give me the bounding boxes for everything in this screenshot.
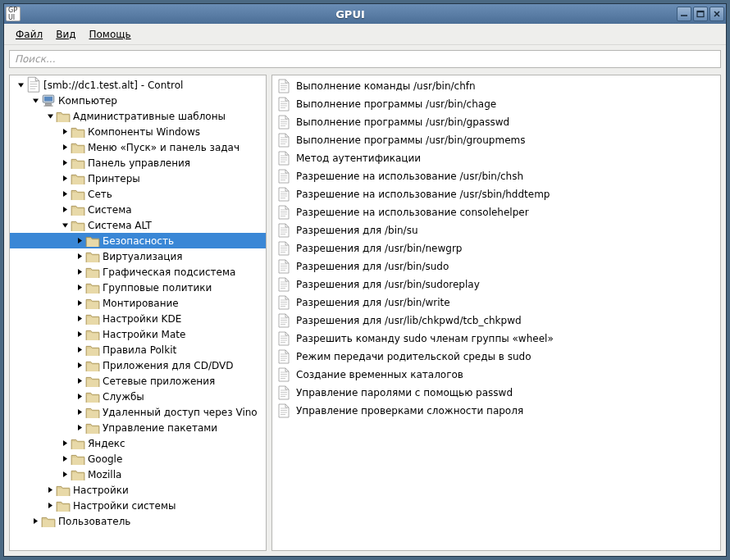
list-item-label: Выполнение команды /usr/bin/chfn — [294, 80, 476, 92]
tree-row[interactable]: Настройки системы — [10, 498, 266, 513]
list-item[interactable]: Разрешение на использование consolehelpe… — [272, 203, 720, 221]
chevron-right-icon[interactable] — [44, 502, 56, 509]
search-input[interactable] — [9, 50, 721, 68]
tree-row[interactable]: Службы — [10, 389, 266, 404]
page-icon — [276, 222, 292, 239]
tree-item-label: Панель управления — [88, 157, 195, 169]
list-item[interactable]: Выполнение команды /usr/bin/chfn — [272, 77, 720, 95]
tree-row[interactable]: Виртуализация — [10, 248, 266, 264]
tree-pane[interactable]: [smb://dc1.test.alt] - ControlКомпьютерА… — [9, 75, 267, 551]
chevron-right-icon[interactable] — [74, 268, 85, 275]
list-item[interactable]: Разрешения для /usr/bin/newgrp — [272, 239, 720, 257]
chevron-right-icon[interactable] — [59, 190, 71, 198]
list-item[interactable]: Создание временных каталогов — [272, 366, 720, 384]
list-item[interactable]: Разрешение на использование /usr/sbin/hd… — [272, 185, 720, 203]
tree-row[interactable]: Настройки — [10, 482, 266, 498]
chevron-down-icon[interactable] — [59, 221, 71, 229]
tree-row[interactable]: Google — [10, 451, 266, 467]
tree-row[interactable]: [smb://dc1.test.alt] - Control — [10, 77, 266, 93]
list-item[interactable]: Разрешение на использование /usr/bin/chs… — [272, 167, 720, 185]
list-item[interactable]: Режим передачи родительской среды в sudo — [272, 348, 720, 366]
chevron-right-icon[interactable] — [74, 253, 85, 260]
tree-row[interactable]: Принтеры — [10, 171, 266, 186]
tree-row[interactable]: Сеть — [10, 186, 266, 202]
tree-item-label: Удаленный доступ через Vino — [103, 407, 262, 418]
tree-row[interactable]: Система ALT — [10, 217, 266, 233]
chevron-right-icon[interactable] — [59, 439, 71, 447]
tree-item-label: Система — [88, 204, 137, 216]
tree-row[interactable]: Безопасность — [10, 233, 266, 248]
tree-row[interactable]: Настройки KDE — [10, 311, 266, 326]
tree-row[interactable]: Система — [10, 202, 266, 217]
menu-file[interactable]: Файл — [9, 26, 49, 43]
chevron-right-icon[interactable] — [74, 315, 85, 322]
maximize-button[interactable] — [693, 7, 708, 21]
list-item[interactable]: Разрешить команду sudo членам группы «wh… — [272, 330, 720, 348]
chevron-right-icon[interactable] — [59, 128, 71, 135]
tree-row[interactable]: Пользователь — [10, 513, 266, 529]
chevron-down-icon[interactable] — [15, 81, 26, 89]
chevron-down-icon[interactable] — [30, 97, 41, 104]
folder-icon — [56, 110, 71, 123]
tree-row[interactable]: Сетевые приложения — [10, 373, 266, 389]
list-item-label: Выполнение программы /usr/bin/chage — [294, 98, 496, 110]
list-item[interactable]: Управление проверками сложности пароля — [272, 402, 720, 420]
list-item[interactable]: Разрешения для /usr/bin/sudo — [272, 257, 720, 275]
tree-row[interactable]: Компьютер — [10, 93, 266, 108]
chevron-right-icon[interactable] — [59, 159, 71, 166]
minimize-button[interactable] — [677, 7, 691, 21]
chevron-right-icon[interactable] — [74, 393, 85, 400]
chevron-right-icon[interactable] — [74, 237, 85, 244]
tree-row[interactable]: Монтирование — [10, 295, 266, 311]
chevron-right-icon[interactable] — [74, 284, 85, 291]
menu-help[interactable]: Помощь — [82, 26, 137, 43]
page-icon — [276, 186, 292, 203]
list-item[interactable]: Выполнение программы /usr/bin/chage — [272, 95, 720, 113]
tree-row[interactable]: Настройки Mate — [10, 326, 266, 342]
chevron-right-icon[interactable] — [30, 517, 41, 525]
tree-row[interactable]: Управление пакетами — [10, 420, 266, 435]
list-item[interactable]: Выполнение программы /usr/bin/groupmems — [272, 131, 720, 149]
tree-row[interactable]: Mozilla — [10, 467, 266, 482]
list-item[interactable]: Разрешения для /usr/bin/sudoreplay — [272, 275, 720, 294]
tree-row[interactable]: Компоненты Windows — [10, 124, 266, 139]
list-item[interactable]: Разрешения для /bin/su — [272, 221, 720, 239]
chevron-right-icon[interactable] — [74, 377, 85, 385]
tree-item-label: [smb://dc1.test.alt] - Control — [43, 80, 188, 91]
tree-row[interactable]: Административные шаблоны — [10, 108, 266, 124]
tree-row[interactable]: Яндекс — [10, 435, 266, 451]
tree-row[interactable]: Графическая подсистема — [10, 264, 266, 280]
list-item[interactable]: Разрешения для /usr/bin/write — [272, 294, 720, 312]
chevron-right-icon[interactable] — [59, 143, 71, 151]
tree-row[interactable]: Групповые политики — [10, 280, 266, 295]
chevron-right-icon[interactable] — [59, 175, 71, 182]
tree-row[interactable]: Меню «Пуск» и панель задач — [10, 139, 266, 155]
list-item-label: Разрешения для /usr/bin/sudo — [294, 261, 449, 272]
chevron-right-icon[interactable] — [74, 330, 85, 338]
list-item[interactable]: Управление паролями с помощью passwd — [272, 384, 720, 402]
chevron-right-icon[interactable] — [74, 362, 85, 369]
chevron-right-icon[interactable] — [74, 408, 85, 416]
tree-row[interactable]: Удаленный доступ через Vino — [10, 404, 266, 420]
chevron-right-icon[interactable] — [59, 206, 71, 213]
list-pane[interactable]: Выполнение команды /usr/bin/chfnВыполнен… — [271, 75, 721, 551]
list: Выполнение команды /usr/bin/chfnВыполнен… — [272, 75, 720, 421]
tree-row[interactable]: Приложения для CD/DVD — [10, 357, 266, 373]
chevron-right-icon[interactable] — [44, 486, 56, 494]
list-item-label: Разрешение на использование /usr/sbin/hd… — [294, 189, 550, 200]
list-item[interactable]: Метод аутентификации — [272, 149, 720, 167]
tree-item-label: Правила Polkit — [103, 344, 181, 356]
chevron-right-icon[interactable] — [74, 346, 85, 353]
tree-row[interactable]: Правила Polkit — [10, 342, 266, 357]
chevron-right-icon[interactable] — [59, 471, 71, 478]
folder-icon — [85, 297, 100, 310]
list-item[interactable]: Разрешения для /usr/lib/chkpwd/tcb_chkpw… — [272, 312, 720, 330]
chevron-right-icon[interactable] — [59, 455, 71, 462]
chevron-right-icon[interactable] — [74, 299, 85, 307]
close-button[interactable] — [709, 7, 724, 21]
chevron-right-icon[interactable] — [74, 424, 85, 431]
tree-row[interactable]: Панель управления — [10, 155, 266, 171]
list-item[interactable]: Выполнение программы /usr/bin/gpasswd — [272, 113, 720, 131]
chevron-down-icon[interactable] — [44, 112, 56, 120]
menu-view[interactable]: Вид — [49, 26, 82, 43]
